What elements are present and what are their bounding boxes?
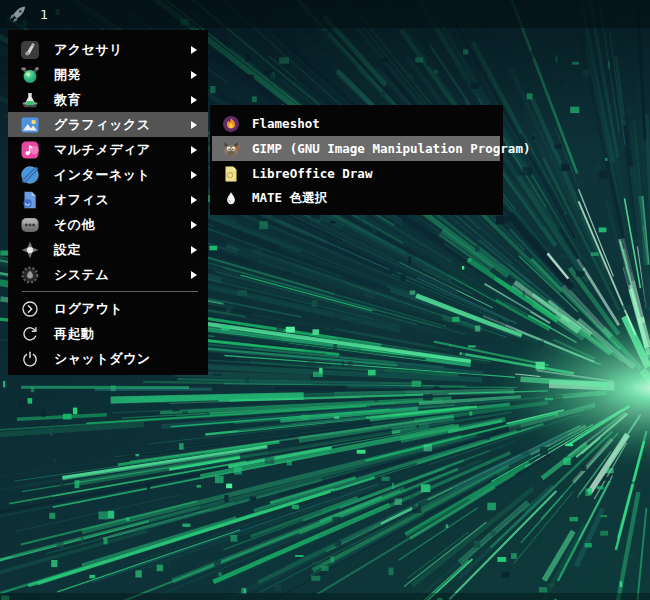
submenu-arrow-icon [190,196,198,204]
submenu-item-label: GIMP (GNU Image Manipulation Program) [252,141,530,156]
menu-item-system[interactable]: システム [8,262,208,287]
menu-item-development[interactable]: 開発 [8,62,208,87]
submenu-arrow-icon [190,246,198,254]
accessories-icon [20,40,40,60]
restart-icon [21,325,39,343]
menu-item-education[interactable]: 教育 [8,87,208,112]
menu-item-label: インターネット [54,166,150,184]
menu-item-label: 再起動 [54,325,95,343]
graphics-icon [20,115,40,135]
submenu-item-libreoffice-draw[interactable]: LibreOffice Draw [210,161,503,186]
submenu-arrow-icon [190,71,198,79]
submenu-arrow-icon [190,96,198,104]
menu-item-internet[interactable]: インターネット [8,162,208,187]
menu-item-accessories[interactable]: アクセサリ [8,37,208,62]
submenu-item-gimp[interactable]: GIMP (GNU Image Manipulation Program) [212,136,500,161]
menu-item-label: グラフィックス [54,116,151,134]
menu-separator [22,291,198,292]
shutdown-icon [21,350,39,368]
menu-item-label: 教育 [54,91,81,109]
gimp-icon [222,140,240,158]
submenu-arrow-icon [190,146,198,154]
menu-item-label: 設定 [54,241,81,259]
submenu-arrow-icon [190,121,198,129]
menu-item-graphics[interactable]: グラフィックス [8,112,208,137]
submenu-item-mate-color-select[interactable]: MATE 色選択 [210,186,503,211]
menu-item-multimedia[interactable]: マルチメディア [8,137,208,162]
menu-item-label: ログアウト [54,300,123,318]
system-icon [20,265,40,285]
internet-icon [20,165,40,185]
menu-item-label: マルチメディア [54,141,151,159]
office-icon [20,190,40,210]
submenu-arrow-icon [190,171,198,179]
submenu-item-label: Flameshot [252,116,320,131]
menu-item-label: オフィス [54,191,109,209]
menu-item-label: その他 [54,216,95,234]
graphics-submenu: Flameshot GIMP (GNU Image Manipulation P… [210,105,503,215]
menu-item-shutdown[interactable]: シャットダウン [8,346,208,371]
menu-item-office[interactable]: オフィス [8,187,208,212]
development-icon [20,65,40,85]
color-picker-icon [222,190,240,208]
libreoffice-draw-icon [222,165,240,183]
menu-item-label: シャットダウン [54,350,151,368]
workspace-indicator[interactable]: 1 [38,8,48,21]
desktop[interactable]: 1 アクセサリ [0,0,650,600]
menu-item-settings[interactable]: 設定 [8,237,208,262]
rocket-icon [8,4,28,24]
submenu-item-flameshot[interactable]: Flameshot [210,111,503,136]
submenu-arrow-icon [190,46,198,54]
submenu-arrow-icon [190,271,198,279]
bottom-edge-strip [0,593,650,600]
submenu-item-label: LibreOffice Draw [252,166,372,181]
menu-item-other[interactable]: その他 [8,212,208,237]
applications-menu: アクセサリ 開発 [8,30,208,375]
submenu-arrow-icon [190,221,198,229]
app-launcher-button[interactable] [7,3,29,25]
menu-item-restart[interactable]: 再起動 [8,321,208,346]
menu-item-label: 開発 [54,66,81,84]
logout-icon [21,300,39,318]
settings-icon [20,240,40,260]
menu-item-logout[interactable]: ログアウト [8,296,208,321]
menu-item-label: アクセサリ [54,41,123,59]
other-icon [20,215,40,235]
submenu-item-label: MATE 色選択 [252,190,327,207]
menu-item-label: システム [54,266,109,284]
multimedia-icon [20,140,40,160]
education-icon [20,90,40,110]
top-panel: 1 [0,0,650,28]
flameshot-icon [222,115,240,133]
